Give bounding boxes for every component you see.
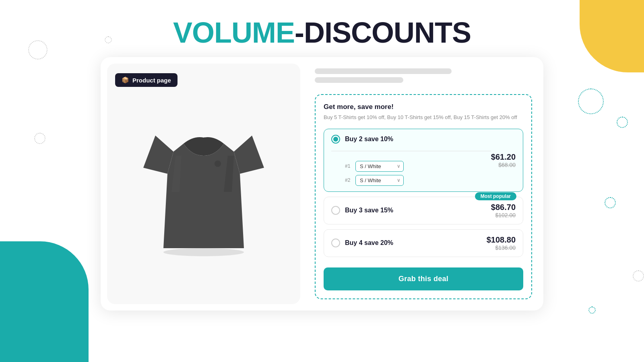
header: VOLUME-DISCOUNTS	[0, 0, 644, 57]
fake-bar-2	[315, 77, 403, 83]
promo-subtitle: Buy 5 T-Shirts get 10% off, Buy 10 T-Shi…	[324, 113, 523, 121]
variant-select-1[interactable]: S / White M / White L / White S / Black …	[355, 161, 404, 172]
option-3-label: Buy 4 save 20%	[345, 239, 393, 247]
box-icon: 📦	[122, 76, 129, 84]
radio-inner-1	[333, 137, 338, 142]
radio-empty-3[interactable]	[331, 239, 340, 247]
option-2-top: Buy 3 save 15%	[331, 206, 393, 215]
option-1-left: Buy 2 save 10% #1 S / White M / White L …	[331, 135, 491, 186]
svg-point-2	[163, 248, 244, 256]
most-popular-badge: Most popular	[475, 192, 516, 200]
title-hyphen-discounts: -DISCOUNTS	[295, 16, 471, 49]
product-page-label: Product page	[132, 77, 171, 84]
radio-selected-1[interactable]	[331, 135, 340, 144]
variant-select-2[interactable]: S / White M / White L / White S / Black …	[355, 175, 404, 186]
option-1-label: Buy 2 save 10%	[345, 136, 393, 143]
dot-circle-5	[617, 117, 628, 128]
option-3-top: Buy 4 save 20%	[331, 239, 393, 247]
variant-select-wrapper-1[interactable]: S / White M / White L / White S / Black …	[355, 161, 404, 172]
dot-circle-7	[588, 306, 596, 314]
option-1-price-original: $68.00	[491, 162, 516, 168]
option-2-label: Buy 3 save 15%	[345, 207, 393, 214]
variant-select-wrapper-2[interactable]: S / White M / White L / White S / Black …	[355, 175, 404, 186]
option-1-divider	[331, 151, 491, 151]
svg-point-0	[190, 138, 218, 154]
option-3-price-current: $108.80	[487, 235, 516, 245]
option-1-top: Buy 2 save 10%	[331, 135, 393, 144]
option-2-left: Buy 3 save 15%	[331, 206, 491, 215]
fake-bar-1	[315, 68, 452, 74]
promo-title: Get more, save more!	[324, 103, 523, 111]
option-1-price-current: $61.20	[491, 152, 516, 162]
main-card: 📦 Product page	[101, 57, 543, 311]
variant-selectors-1: #1 S / White M / White L / White S / Bla…	[331, 161, 404, 186]
dot-circle-4	[578, 88, 604, 114]
dot-circle-3	[34, 133, 45, 144]
svg-point-1	[215, 160, 221, 167]
tshirt-image	[143, 111, 264, 256]
grab-deal-button[interactable]: Grab this deal	[324, 267, 523, 290]
option-1-price: $61.20 $68.00	[491, 152, 516, 168]
variant-row-1: #1 S / White M / White L / White S / Bla…	[345, 161, 404, 172]
promo-box: Get more, save more! Buy 5 T-Shirts get …	[315, 94, 532, 299]
option-2-price-current: $86.70	[491, 203, 516, 212]
option-3-price-original: $136.00	[487, 245, 516, 251]
option-2-price-original: $102.00	[491, 212, 516, 218]
dot-circle-8	[633, 270, 644, 282]
product-image-area	[139, 107, 268, 260]
radio-empty-2[interactable]	[331, 206, 340, 215]
variant-num-1: #1	[345, 163, 352, 169]
fake-search-bars	[315, 68, 532, 86]
product-page-badge: 📦 Product page	[115, 73, 178, 87]
variant-num-2: #2	[345, 177, 352, 183]
variant-row-2: #2 S / White M / White L / White S / Bla…	[345, 175, 404, 186]
product-panel: 📦 Product page	[107, 64, 300, 304]
dot-circle-6	[605, 197, 616, 208]
discount-option-1[interactable]: Buy 2 save 10% #1 S / White M / White L …	[324, 129, 523, 192]
bg-teal-decoration	[0, 241, 89, 362]
discount-option-3[interactable]: Buy 4 save 20% $108.80 $136.00	[324, 229, 523, 257]
option-2-price: $86.70 $102.00	[491, 203, 516, 218]
option-3-left: Buy 4 save 20%	[331, 239, 487, 247]
discount-option-2[interactable]: Most popular Buy 3 save 15% $86.70 $102.…	[324, 197, 523, 224]
title-volume: VOLUME	[173, 16, 295, 49]
discount-panel: Get more, save more! Buy 5 T-Shirts get …	[307, 57, 543, 311]
option-3-price: $108.80 $136.00	[487, 235, 516, 251]
